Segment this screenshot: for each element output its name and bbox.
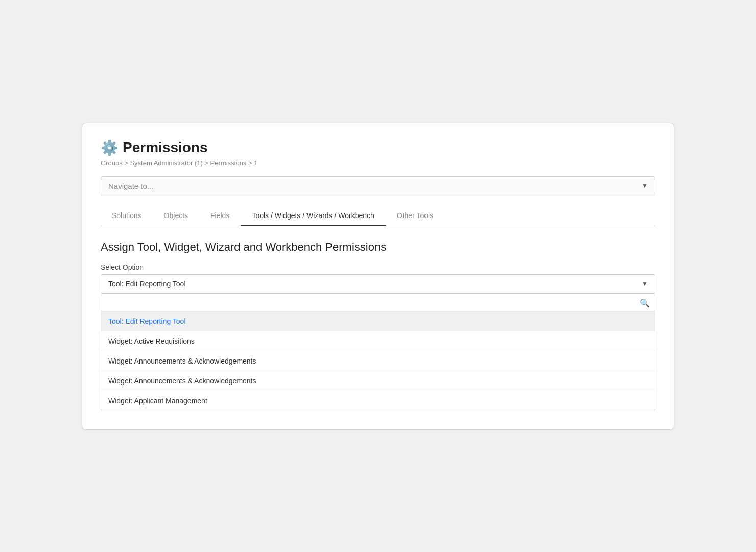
navigate-dropdown[interactable]: Navigate to... ▼ [101, 176, 655, 196]
tab-fields[interactable]: Fields [199, 206, 241, 226]
dropdown-item-2[interactable]: Widget: Announcements & Acknowledgements [101, 351, 655, 371]
main-card: ⚙️ Permissions Groups > System Administr… [82, 123, 674, 430]
dropdown-item-0[interactable]: Tool: Edit Reporting Tool [101, 311, 655, 331]
search-icon[interactable]: 🔍 [640, 298, 650, 308]
section-content: Assign Tool, Widget, Wizard and Workbenc… [101, 241, 655, 411]
dropdown-open-panel: 🔍 Tool: Edit Reporting Tool Widget: Acti… [101, 295, 655, 411]
select-dropdown-value: Tool: Edit Reporting Tool [108, 280, 186, 288]
page-title-row: ⚙️ Permissions [101, 139, 655, 156]
tab-objects[interactable]: Objects [153, 206, 199, 226]
section-title: Assign Tool, Widget, Wizard and Workbenc… [101, 241, 655, 254]
tab-tools[interactable]: Tools / Widgets / Wizards / Workbench [241, 206, 385, 226]
dropdown-item-3[interactable]: Widget: Announcements & Acknowledgements [101, 371, 655, 391]
select-dropdown[interactable]: Tool: Edit Reporting Tool ▼ [101, 274, 655, 294]
select-dropdown-arrow: ▼ [642, 280, 648, 287]
tabs-container: Solutions Objects Fields Tools / Widgets… [101, 206, 655, 226]
dropdown-item-1[interactable]: Widget: Active Requisitions [101, 331, 655, 351]
tab-other-tools[interactable]: Other Tools [386, 206, 444, 226]
dropdown-item-4[interactable]: Widget: Applicant Management [101, 391, 655, 411]
select-option-label: Select Option [101, 263, 655, 271]
page-title: Permissions [123, 139, 208, 156]
navigate-dropdown-arrow: ▼ [642, 182, 648, 189]
navigate-dropdown-label: Navigate to... [108, 182, 153, 190]
gear-icon: ⚙️ [101, 139, 119, 156]
breadcrumb: Groups > System Administrator (1) > Perm… [101, 159, 655, 167]
tab-solutions[interactable]: Solutions [101, 206, 153, 226]
search-row: 🔍 [101, 295, 655, 311]
